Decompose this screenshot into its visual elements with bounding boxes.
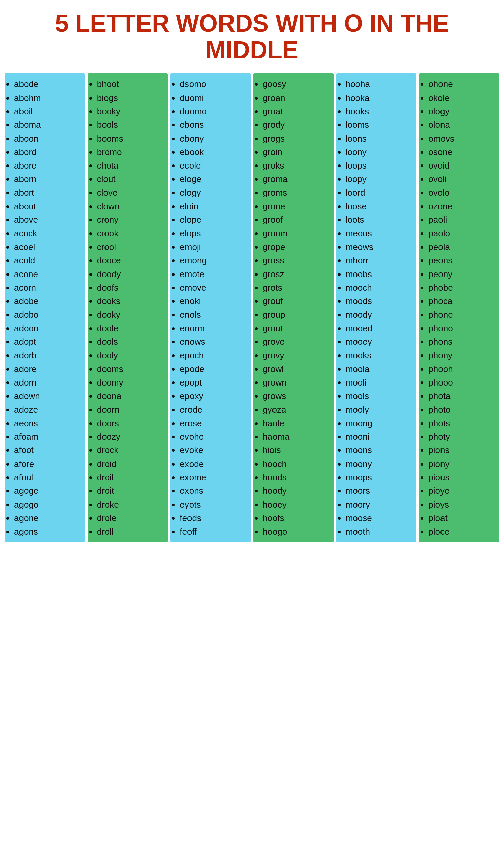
list-item: hooha [346,78,414,91]
list-item: meous [346,227,414,240]
list-item: enows [180,335,248,348]
list-item: elogy [180,186,248,200]
list-item: above [14,213,82,226]
list-item: pious [428,470,497,484]
list-item: grown [263,376,331,389]
list-item: moose [346,511,414,525]
list-item: exons [180,484,248,498]
list-item: epoch [180,348,248,362]
list-item: ovoli [428,172,497,186]
list-item: piony [428,457,497,470]
list-item: mhorr [346,254,414,267]
list-item: abord [14,145,82,159]
list-item: moops [346,470,414,484]
list-item: crony [97,213,165,226]
list-item: ohone [428,78,497,91]
list-item: afoam [14,430,82,443]
list-item: haole [263,416,331,430]
list-item: moons [346,443,414,457]
list-item: agogo [14,498,82,511]
list-item: erose [180,416,248,430]
list-item: biogs [97,91,165,105]
list-item: peony [428,268,497,281]
list-item: moony [346,457,414,470]
list-item: hiois [263,443,331,457]
column-5: hoohahookahooksloomsloonsloonyloopsloopy… [336,73,417,542]
list-item: acoel [14,240,82,254]
list-item: adobe [14,294,82,308]
list-item: grows [263,389,331,403]
list-item: hoody [263,484,331,498]
list-item: grody [263,118,331,132]
list-item: ebony [180,132,248,145]
list-item: abohm [14,91,82,105]
list-item: hooka [346,91,414,105]
list-item: booky [97,105,165,118]
list-item: adown [14,389,82,403]
list-item: droid [97,457,165,470]
list-item: exome [180,470,248,484]
list-item: ovoid [428,159,497,172]
list-item: hooks [346,105,414,118]
list-item: dooly [97,348,165,362]
list-item: booms [97,132,165,145]
list-item: phooh [428,362,497,376]
list-item: groom [263,227,331,240]
page-header: 5 LETTER WORDS WITH O IN THE MIDDLE [0,0,504,70]
list-item: pions [428,443,497,457]
list-item: phony [428,348,497,362]
list-item: peola [428,240,497,254]
list-item: paolo [428,227,497,240]
list-item: mooni [346,430,414,443]
list-item: droit [97,484,165,498]
list-item: peons [428,254,497,267]
list-item: ology [428,105,497,118]
list-item: ozone [428,200,497,213]
list-item: eyots [180,498,248,511]
list-item: mooli [346,376,414,389]
list-item: adopt [14,335,82,348]
list-item: clout [97,172,165,186]
list-item: about [14,200,82,213]
list-item: ploce [428,525,497,538]
list-item: hoofs [263,511,331,525]
list-item: evoke [180,443,248,457]
list-item: groat [263,105,331,118]
list-item: epopt [180,376,248,389]
list-item: mooey [346,335,414,348]
list-item: aboon [14,132,82,145]
column-1: abodeabohmaboilabomaaboonabordaboreaborn… [5,73,85,542]
list-item: haoma [263,430,331,443]
list-item: pioye [428,484,497,498]
list-item: clove [97,186,165,200]
list-item: adoze [14,403,82,416]
list-item: olona [428,118,497,132]
list-item: dooms [97,362,165,376]
list-item: group [263,308,331,321]
list-item: adoon [14,322,82,335]
list-item: clown [97,200,165,213]
list-item: moory [346,498,414,511]
list-item: acone [14,268,82,281]
list-item: gross [263,254,331,267]
list-item: groks [263,159,331,172]
list-item: meows [346,240,414,254]
list-item: hoods [263,470,331,484]
column-2: bhootbiogsbookyboolsboomsbromochotaclout… [88,73,168,542]
list-item: groan [263,91,331,105]
list-item: exode [180,457,248,470]
list-item: groof [263,213,331,226]
list-item: phono [428,322,497,335]
list-item: groma [263,172,331,186]
page-title: 5 LETTER WORDS WITH O IN THE MIDDLE [7,10,497,63]
list-item: pioys [428,498,497,511]
list-item: loord [346,186,414,200]
list-item: doomy [97,376,165,389]
list-item: dooky [97,308,165,321]
list-item: epode [180,362,248,376]
list-item: bools [97,118,165,132]
list-item: duomo [180,105,248,118]
list-item: adorn [14,376,82,389]
list-item: adorb [14,348,82,362]
list-item: dooks [97,294,165,308]
